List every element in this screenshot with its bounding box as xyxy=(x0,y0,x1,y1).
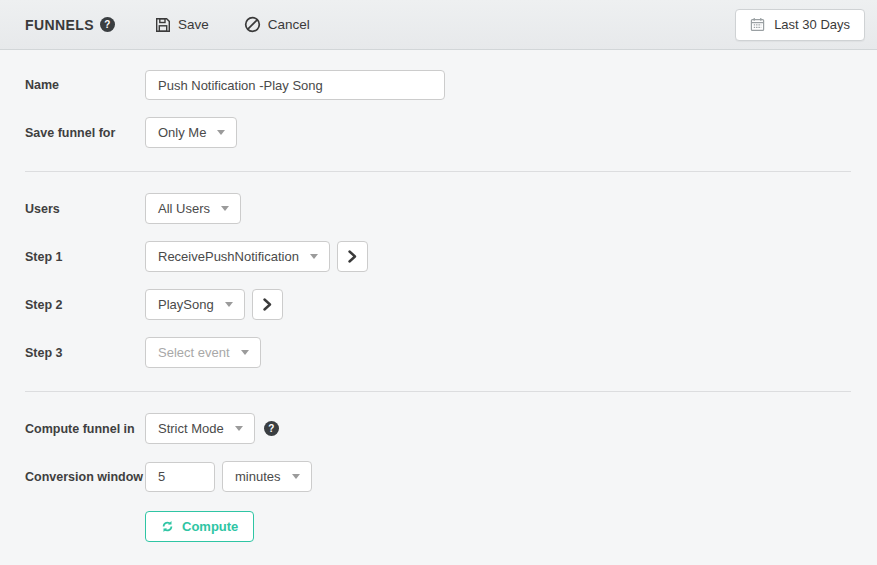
step-2-event-value: PlaySong xyxy=(158,297,214,312)
caret-down-icon xyxy=(310,254,318,259)
date-range-label: Last 30 Days xyxy=(774,17,850,32)
step-1-label: Step 1 xyxy=(25,250,145,264)
refresh-icon xyxy=(161,520,174,533)
compute-button-label: Compute xyxy=(182,519,238,534)
caret-down-icon xyxy=(217,130,225,135)
funnel-form: Name Save funnel for Only Me Users All U… xyxy=(0,50,877,542)
caret-down-icon xyxy=(241,350,249,355)
funnel-name-input[interactable] xyxy=(145,70,445,100)
caret-down-icon xyxy=(225,302,233,307)
section-divider xyxy=(25,171,851,172)
compute-mode-dropdown[interactable]: Strict Mode xyxy=(145,413,255,444)
caret-down-icon xyxy=(292,474,300,479)
chevron-right-icon xyxy=(263,298,272,311)
cancel-button-label: Cancel xyxy=(268,17,310,32)
step-2-row: Step 2 PlaySong xyxy=(25,289,877,320)
users-value: All Users xyxy=(158,201,210,216)
calendar-icon xyxy=(750,17,765,32)
step-2-event-dropdown[interactable]: PlaySong xyxy=(145,289,245,320)
date-range-button[interactable]: Last 30 Days xyxy=(735,9,865,41)
conversion-window-unit-dropdown[interactable]: minutes xyxy=(222,461,312,492)
funnels-help-icon[interactable]: ? xyxy=(100,17,115,32)
step-3-event-placeholder: Select event xyxy=(158,345,230,360)
caret-down-icon xyxy=(221,206,229,211)
save-funnel-for-dropdown[interactable]: Only Me xyxy=(145,117,237,148)
cancel-icon xyxy=(244,16,261,33)
page-title-text: FUNNELS xyxy=(25,17,94,33)
step-1-event-dropdown[interactable]: ReceivePushNotification xyxy=(145,241,330,272)
topbar: FUNNELS ? Save Cancel xyxy=(0,0,877,50)
step-1-expand-button[interactable] xyxy=(337,241,368,272)
compute-mode-help-icon[interactable]: ? xyxy=(264,421,279,436)
step-3-row: Step 3 Select event xyxy=(25,337,877,368)
name-row: Name xyxy=(25,70,877,100)
step-3-label: Step 3 xyxy=(25,346,145,360)
users-dropdown[interactable]: All Users xyxy=(145,193,241,224)
conversion-window-input[interactable] xyxy=(145,462,215,492)
step-1-event-value: ReceivePushNotification xyxy=(158,249,299,264)
compute-mode-label: Compute funnel in xyxy=(25,422,145,436)
save-button-label: Save xyxy=(178,17,209,32)
save-button[interactable]: Save xyxy=(155,17,209,33)
conversion-window-label: Conversion window xyxy=(25,470,145,484)
cancel-button[interactable]: Cancel xyxy=(244,16,310,33)
save-funnel-for-value: Only Me xyxy=(158,125,206,140)
users-label: Users xyxy=(25,202,145,216)
name-label: Name xyxy=(25,78,145,92)
page-title: FUNNELS ? xyxy=(25,17,115,33)
save-funnel-for-row: Save funnel for Only Me xyxy=(25,117,877,148)
step-1-row: Step 1 ReceivePushNotification xyxy=(25,241,877,272)
save-funnel-for-label: Save funnel for xyxy=(25,126,145,140)
compute-mode-value: Strict Mode xyxy=(158,421,224,436)
section-divider xyxy=(25,391,851,392)
compute-mode-row: Compute funnel in Strict Mode ? xyxy=(25,413,877,444)
step-3-event-dropdown[interactable]: Select event xyxy=(145,337,261,368)
caret-down-icon xyxy=(235,426,243,431)
conversion-window-row: Conversion window minutes xyxy=(25,461,877,492)
chevron-right-icon xyxy=(348,250,357,263)
compute-button[interactable]: Compute xyxy=(145,511,254,542)
conversion-window-unit-value: minutes xyxy=(235,469,281,484)
step-2-label: Step 2 xyxy=(25,298,145,312)
users-row: Users All Users xyxy=(25,193,877,224)
save-icon xyxy=(155,17,171,33)
step-2-expand-button[interactable] xyxy=(252,289,283,320)
